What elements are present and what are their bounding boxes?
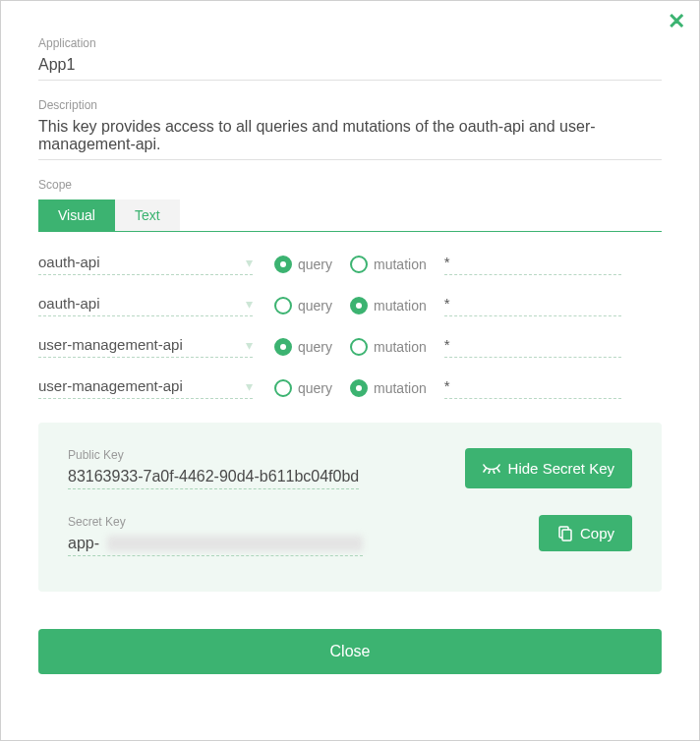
scope-label: Scope (38, 178, 662, 192)
secret-key-row: Secret Key app- Copy (68, 515, 632, 556)
scope-row: oauth-api ▾ query mutation * (38, 254, 662, 275)
api-select[interactable]: user-management-api ▾ (38, 377, 253, 399)
api-name: user-management-api (38, 336, 183, 353)
copy-button[interactable]: Copy (539, 515, 632, 551)
radio-dot-icon (350, 297, 368, 314)
radio-query-label: query (298, 339, 332, 355)
pattern-input[interactable]: * (444, 254, 621, 275)
copy-label: Copy (580, 525, 614, 542)
svg-rect-1 (562, 530, 571, 541)
radio-mutation[interactable]: mutation (350, 379, 427, 397)
radio-dot-icon (274, 338, 292, 356)
eye-closed-icon (483, 464, 500, 474)
tab-text[interactable]: Text (115, 200, 180, 231)
application-label: Application (38, 36, 662, 50)
radio-mutation-label: mutation (374, 339, 427, 355)
tab-visual[interactable]: Visual (38, 200, 115, 231)
radio-dot-icon (350, 256, 368, 273)
chevron-down-icon: ▾ (246, 296, 253, 312)
scope-tabs: Visual Text (38, 200, 662, 232)
hide-secret-button[interactable]: Hide Secret Key (465, 448, 632, 488)
description-label: Description (38, 98, 662, 112)
public-key-row: Public Key 83163933-7a0f-4462-90d4-b611b… (68, 448, 632, 489)
secret-key-label: Secret Key (68, 515, 363, 529)
radio-mutation[interactable]: mutation (350, 256, 427, 273)
keys-panel: Public Key 83163933-7a0f-4462-90d4-b611b… (38, 423, 662, 592)
public-key-value[interactable]: 83163933-7a0f-4462-90d4-b611bc04f0bd (68, 468, 359, 489)
radio-dot-icon (274, 379, 292, 397)
radio-dot-icon (274, 256, 292, 273)
scope-radios: query mutation (274, 379, 427, 397)
chevron-down-icon: ▾ (246, 255, 253, 270)
radio-query-label: query (298, 380, 332, 396)
radio-query-label: query (298, 256, 332, 272)
chevron-down-icon: ▾ (246, 337, 253, 353)
scope-row: user-management-api ▾ query mutation * (38, 336, 662, 358)
pattern-input[interactable]: * (444, 295, 621, 316)
pattern-input[interactable]: * (444, 336, 621, 358)
application-value[interactable]: App1 (38, 56, 662, 81)
chevron-down-icon: ▾ (246, 378, 253, 394)
secret-key-block: Secret Key app- (68, 515, 363, 556)
application-field: Application App1 (38, 36, 662, 81)
pattern-input[interactable]: * (444, 377, 621, 399)
radio-query-label: query (298, 298, 332, 314)
radio-dot-icon (274, 297, 292, 314)
api-select[interactable]: oauth-api ▾ (38, 295, 253, 316)
scope-radios: query mutation (274, 297, 427, 314)
scope-row: oauth-api ▾ query mutation * (38, 295, 662, 316)
radio-dot-icon (350, 379, 368, 397)
scope-rows: oauth-api ▾ query mutation * oauth-api ▾ (38, 254, 662, 399)
radio-query[interactable]: query (274, 338, 332, 356)
scope-row: user-management-api ▾ query mutation * (38, 377, 662, 399)
radio-query[interactable]: query (274, 297, 332, 314)
radio-mutation[interactable]: mutation (350, 297, 427, 314)
hide-secret-label: Hide Secret Key (508, 460, 614, 477)
radio-dot-icon (350, 338, 368, 356)
description-field: Description This key provides access to … (38, 98, 662, 160)
api-name: user-management-api (38, 377, 183, 394)
close-button[interactable]: Close (38, 629, 662, 674)
scope-radios: query mutation (274, 256, 427, 273)
radio-mutation-label: mutation (374, 380, 427, 396)
scope-radios: query mutation (274, 338, 427, 356)
api-select[interactable]: user-management-api ▾ (38, 336, 253, 358)
public-key-label: Public Key (68, 448, 359, 462)
radio-query[interactable]: query (274, 256, 332, 273)
api-name: oauth-api (38, 295, 100, 312)
description-value[interactable]: This key provides access to all queries … (38, 118, 662, 160)
copy-icon (556, 526, 572, 542)
api-name: oauth-api (38, 254, 100, 270)
public-key-block: Public Key 83163933-7a0f-4462-90d4-b611b… (68, 448, 359, 489)
radio-mutation-label: mutation (374, 298, 427, 314)
secret-key-value[interactable]: app- (68, 535, 363, 556)
secret-blur (107, 536, 363, 551)
api-key-modal: ✕ Application App1 Description This key … (0, 0, 700, 741)
radio-mutation-label: mutation (374, 256, 427, 272)
radio-mutation[interactable]: mutation (350, 338, 427, 356)
secret-prefix: app- (68, 535, 99, 552)
radio-query[interactable]: query (274, 379, 332, 397)
api-select[interactable]: oauth-api ▾ (38, 254, 253, 275)
close-icon[interactable]: ✕ (668, 11, 685, 32)
